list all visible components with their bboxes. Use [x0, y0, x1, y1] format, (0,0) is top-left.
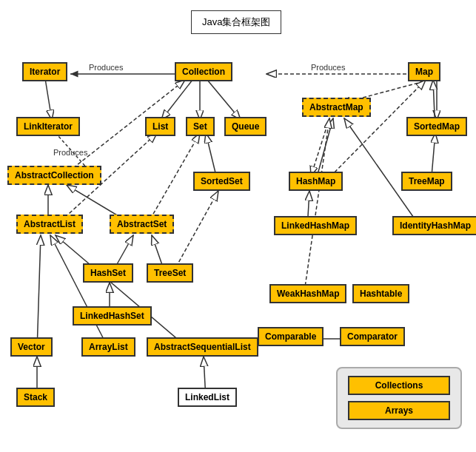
node-abstractlist: AbstractList	[16, 215, 83, 234]
node-queue: Queue	[224, 117, 267, 136]
node-treemap: TreeMap	[401, 172, 452, 191]
legend-box: Collections Arrays	[336, 367, 462, 429]
node-collection: Collection	[175, 62, 232, 81]
node-linkiterator: LinkIterator	[16, 117, 80, 136]
node-arraylist: ArrayList	[81, 337, 135, 357]
node-comparator: Comparator	[340, 327, 405, 346]
node-collections: Collections	[348, 376, 450, 395]
node-linkedhashmap: LinkedHashMap	[274, 216, 357, 235]
node-abstractcollection: AbstractCollection	[7, 166, 101, 185]
svg-line-30	[56, 235, 191, 351]
node-abstractset: AbstractSet	[110, 215, 174, 234]
svg-text:Produces: Produces	[89, 63, 124, 72]
node-sortedset: SortedSet	[193, 172, 250, 191]
node-sortedmap: SortedMap	[406, 117, 467, 136]
node-hashmap: HashMap	[289, 172, 343, 191]
svg-text:Produces: Produces	[311, 63, 346, 72]
svg-line-33	[304, 118, 329, 297]
title-text: Java集合框架图	[202, 16, 270, 27]
node-hashset: HashSet	[83, 263, 133, 283]
node-abstractmap: AbstractMap	[302, 98, 371, 117]
title-box: Java集合框架图	[191, 10, 281, 34]
svg-text:Produces: Produces	[53, 148, 88, 157]
svg-line-4	[161, 80, 192, 120]
svg-line-28	[37, 235, 41, 351]
node-stack: Stack	[16, 388, 55, 407]
node-weakhashmap: WeakHashMap	[269, 284, 346, 303]
node-map: Map	[408, 62, 440, 81]
svg-line-6	[207, 80, 241, 120]
node-hashtable: Hashtable	[352, 284, 409, 303]
node-linkedhashset: LinkedHashSet	[73, 306, 152, 325]
node-set: Set	[186, 117, 215, 136]
node-arrays: Arrays	[348, 401, 450, 420]
node-treeset: TreeSet	[147, 263, 193, 283]
diagram-container: Produces Produces Produces	[0, 0, 476, 452]
node-vector: Vector	[10, 337, 53, 357]
node-comparable: Comparable	[258, 327, 324, 346]
node-iterator: Iterator	[22, 62, 67, 81]
svg-line-29	[50, 235, 110, 351]
node-abstractsequentiallist: AbstractSequentialList	[147, 337, 258, 357]
svg-line-18	[311, 118, 329, 176]
node-list: List	[145, 117, 175, 136]
node-linkedlist: LinkedList	[178, 388, 237, 407]
node-identityhashmap: IdentityHashMap	[392, 216, 476, 235]
